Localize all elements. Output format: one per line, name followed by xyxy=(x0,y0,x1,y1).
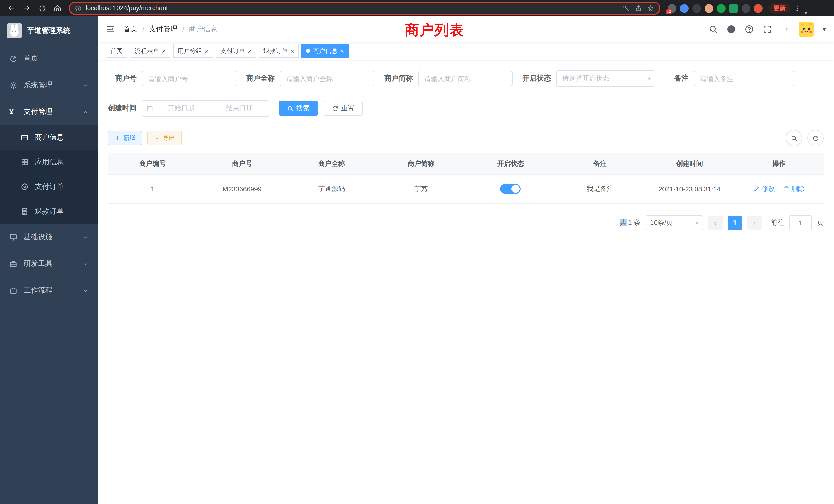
column-header: 商户编号 xyxy=(108,154,197,174)
tab-close-icon[interactable]: × xyxy=(340,47,344,54)
add-button[interactable]: 新增 xyxy=(108,131,142,145)
browser-update-button[interactable]: 更新 xyxy=(769,3,790,13)
sidebar-item-system[interactable]: 系统管理 xyxy=(0,72,97,98)
fullscreen-icon[interactable] xyxy=(763,25,772,34)
share-icon[interactable] xyxy=(635,5,642,12)
pagination-total-prefix: 共 xyxy=(620,219,626,226)
tab-home[interactable]: 首页 xyxy=(106,44,127,58)
sidebar-item-label: 应用信息 xyxy=(35,158,64,167)
page-size-select[interactable]: 10条/页 ▾ xyxy=(645,215,703,230)
export-button[interactable]: 导出 xyxy=(147,131,182,145)
tab-refund-order[interactable]: 退款订单 × xyxy=(259,44,299,58)
sidebar-item-app-info[interactable]: 应用信息 xyxy=(0,150,97,175)
bookmark-star-icon[interactable] xyxy=(647,5,654,12)
monitor-icon xyxy=(9,233,18,241)
status-select[interactable]: 请选择开启状态 ▾ xyxy=(556,70,655,87)
edit-link[interactable]: 修改 xyxy=(753,184,775,193)
tab-close-icon[interactable]: × xyxy=(247,47,251,54)
delete-link[interactable]: 删除 xyxy=(783,184,805,193)
short-name-input[interactable] xyxy=(418,71,512,86)
next-page-button[interactable]: › xyxy=(747,215,762,230)
breadcrumb-section[interactable]: 支付管理 xyxy=(149,25,178,34)
back-icon[interactable] xyxy=(4,1,19,16)
forward-icon[interactable] xyxy=(20,1,34,16)
refresh-icon[interactable] xyxy=(35,1,49,16)
home-icon[interactable] xyxy=(50,1,65,16)
font-size-icon[interactable]: TT xyxy=(781,25,790,34)
tab-process-form[interactable]: 流程表单 × xyxy=(130,44,170,58)
page-content: 商户号 商户全称 商户简称 开启状态 请选择开启状态 xyxy=(97,60,834,504)
table-tools xyxy=(786,130,824,146)
extension-icon-6[interactable] xyxy=(729,4,738,13)
cell-actions: 修改 删除 xyxy=(734,174,824,204)
sidebar-item-label: 研发工具 xyxy=(24,259,52,269)
sidebar-item-payment[interactable]: ¥ 支付管理 xyxy=(0,98,97,125)
full-name-input[interactable] xyxy=(280,71,374,86)
refresh-table-button[interactable] xyxy=(807,130,824,146)
goto-page-input[interactable] xyxy=(789,215,812,230)
profile-avatar[interactable] xyxy=(754,4,763,13)
extension-icon-4[interactable] xyxy=(705,4,713,13)
page-number-button[interactable]: 1 xyxy=(728,215,742,230)
github-icon[interactable] xyxy=(727,25,736,34)
tab-label: 用户分组 xyxy=(177,46,202,55)
filter-remark: 备注 xyxy=(674,71,794,86)
filter-status: 开启状态 请选择开启状态 ▾ xyxy=(522,70,655,87)
avatar-caret-icon[interactable]: ▾ xyxy=(823,26,826,32)
tab-close-icon[interactable]: × xyxy=(291,47,294,54)
app-title: 芋道管理系统 xyxy=(27,26,70,36)
extension-icon-3[interactable] xyxy=(692,4,701,13)
extension-icon-2[interactable] xyxy=(680,4,689,13)
sidebar-item-home[interactable]: 首页 xyxy=(0,45,97,72)
sidebar-item-workflow[interactable]: 工作流程 xyxy=(0,277,97,304)
reset-button[interactable]: 重置 xyxy=(324,100,363,116)
filter-label: 商户全称 xyxy=(246,74,275,83)
column-header: 开启状态 xyxy=(466,154,555,174)
browser-menu-icon[interactable] xyxy=(791,4,803,12)
remark-input[interactable] xyxy=(694,71,794,86)
address-bar[interactable]: localhost:1024/pay/merchant xyxy=(69,2,660,15)
sidebar-item-pay-order[interactable]: 支付订单 xyxy=(0,175,97,199)
toggle-search-button[interactable] xyxy=(786,130,802,146)
breadcrumb-home[interactable]: 首页 xyxy=(123,25,138,34)
sidebar-item-refund-order[interactable]: 退款订单 xyxy=(0,199,97,224)
column-header: 商户号 xyxy=(197,154,287,174)
status-switch[interactable] xyxy=(500,184,521,194)
help-icon[interactable] xyxy=(745,25,754,34)
sidebar-item-dev-tools[interactable]: 研发工具 xyxy=(0,250,97,277)
date-range-picker[interactable]: 开始日期 - 结束日期 xyxy=(142,100,269,116)
merchant-no-input[interactable] xyxy=(142,71,236,86)
tab-close-icon[interactable]: × xyxy=(205,47,208,54)
info-icon[interactable] xyxy=(75,5,82,12)
filter-full-name: 商户全称 xyxy=(246,71,374,86)
table-row: 1 M233666999 芋道源码 芋艿 我是备注 2021-10-23 08:… xyxy=(108,174,824,204)
search-icon[interactable] xyxy=(709,25,718,34)
sidebar-item-merchant-info[interactable]: 商户信息 xyxy=(0,125,97,150)
tab-merchant-info[interactable]: 商户信息 × xyxy=(302,44,349,58)
sidebar-menu: 首页 系统管理 ¥ 支付管理 商户信息 xyxy=(0,45,97,304)
toolbox-icon xyxy=(9,260,18,268)
extension-icon-1[interactable]: 10 xyxy=(667,4,676,13)
extension-icon-7[interactable] xyxy=(742,4,750,13)
tab-close-icon[interactable]: × xyxy=(162,47,166,54)
prev-page-button[interactable]: ‹ xyxy=(708,215,723,230)
user-avatar[interactable] xyxy=(799,22,814,37)
main-area: 首页 / 支付管理 / 商户信息 商户列表 TT ▾ xyxy=(97,17,834,504)
tab-label: 首页 xyxy=(110,46,123,55)
sidebar-item-infrastructure[interactable]: 基础设施 xyxy=(0,224,97,250)
extension-icon-5[interactable] xyxy=(717,4,726,13)
menu-fold-icon[interactable] xyxy=(106,25,115,34)
search-button[interactable]: 搜索 xyxy=(279,100,318,116)
chevron-up-icon xyxy=(83,109,88,115)
plus-icon xyxy=(114,135,121,141)
date-start-placeholder: 开始日期 xyxy=(156,104,206,113)
password-key-icon[interactable] xyxy=(622,5,630,12)
filter-merchant-no: 商户号 xyxy=(108,71,236,86)
column-header: 商户简称 xyxy=(376,154,466,174)
browser-dropdown-caret-icon[interactable]: ▾ xyxy=(805,10,807,17)
tab-user-group[interactable]: 用户分组 × xyxy=(173,44,213,58)
edit-pen-icon xyxy=(753,186,760,192)
chevron-down-icon: ▾ xyxy=(648,75,651,82)
browser-chrome: localhost:1024/pay/merchant 10 更新 ▾ xyxy=(0,0,834,17)
tab-pay-order[interactable]: 支付订单 × xyxy=(216,44,256,58)
